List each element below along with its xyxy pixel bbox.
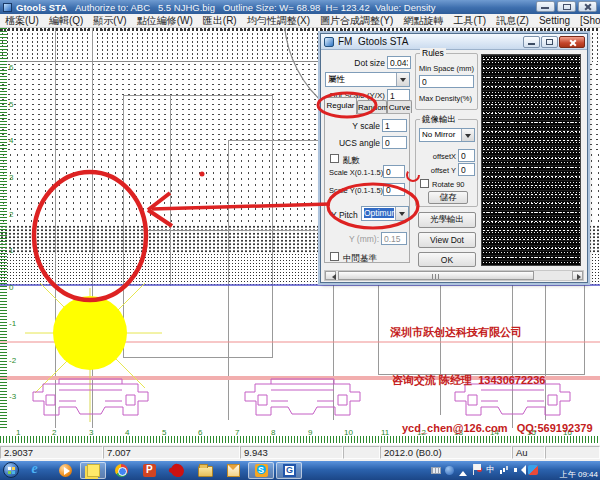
left-ruler-number: -3	[9, 392, 16, 401]
y-scale-input[interactable]	[382, 119, 407, 132]
menu-view[interactable]: 顯示(V)	[88, 14, 131, 28]
scroll-left-arrow-icon[interactable]	[325, 271, 336, 280]
skype-icon	[255, 464, 268, 477]
powerpoint-icon	[143, 464, 156, 477]
action-center-flag-icon[interactable]	[472, 464, 481, 475]
y-pitch-select[interactable]: Optimum	[361, 206, 409, 221]
dot-shape-select[interactable]: 屬性	[325, 72, 410, 87]
taskbar-item-outlook[interactable]	[220, 462, 246, 479]
windows-logo-icon	[8, 467, 11, 470]
taskbar-item-red-app[interactable]	[164, 462, 190, 479]
close-button[interactable]	[578, 1, 597, 12]
teamviewer-tray-icon[interactable]	[528, 465, 538, 475]
network-signal-icon[interactable]	[500, 464, 510, 475]
outlook-icon	[227, 464, 240, 477]
left-ruler-number: 0	[9, 283, 13, 292]
dialog-horizontal-scrollbar[interactable]	[324, 270, 584, 281]
menu-tools[interactable]: 工具(T)	[448, 14, 491, 28]
vendor-company: 深圳市跃创达科技有限公司	[390, 324, 593, 340]
chevron-down-icon[interactable]	[461, 129, 474, 141]
tab-curve[interactable]: Curve	[387, 100, 412, 113]
bottom-ruler-number: 8	[271, 428, 275, 437]
taskbar-item-internet-explorer[interactable]	[24, 462, 50, 479]
mirror-select[interactable]: No Mirror	[419, 128, 475, 142]
scroll-right-arrow-icon[interactable]	[572, 271, 583, 280]
bottom-ruler-number: 7	[235, 428, 239, 437]
menu-setting[interactable]: Setting	[534, 15, 575, 26]
menu-show-dot[interactable]: [Show Dot]	[575, 15, 600, 26]
fm-dialog-icon	[324, 37, 334, 47]
tab-regular[interactable]: Regular	[324, 97, 357, 114]
fm-dialog[interactable]: FM Gtools STA Dot size 屬性 Dot Scale (Y/X…	[320, 33, 588, 283]
min-space-input[interactable]	[419, 75, 474, 88]
folder-icon	[198, 466, 213, 477]
yellow-highlight-circle	[53, 296, 127, 370]
taskbar-item-file-explorer[interactable]	[192, 462, 218, 479]
taskbar-item-powerpoint[interactable]	[136, 462, 162, 479]
scale-x-input[interactable]	[383, 165, 405, 178]
menu-uniformity[interactable]: 均勻性調整(X)	[242, 14, 315, 28]
y-scale-label: Y scale	[335, 121, 380, 131]
window-title-bar[interactable]: Gtools STA Authorize to: ABC 5.5 NJHG.bi…	[0, 0, 600, 14]
dot-size-label: Dot size	[329, 58, 385, 68]
offset-x-label: offsetX	[418, 152, 456, 161]
random-checkbox[interactable]	[330, 154, 339, 163]
fixture-outline	[33, 379, 148, 415]
start-button[interactable]	[3, 462, 19, 478]
save-button[interactable]: 儲存	[428, 191, 468, 204]
ime-chinese-icon[interactable]: 中	[485, 464, 496, 475]
bottom-ruler-number: 4	[125, 428, 129, 437]
center-datum-checkbox[interactable]	[330, 252, 339, 261]
optical-output-button[interactable]: 光學輸出	[418, 212, 476, 228]
rotate-90-checkbox[interactable]	[420, 179, 429, 188]
offset-x-input[interactable]	[458, 149, 475, 162]
min-space-label: Min Space (mm)	[419, 64, 474, 73]
menu-dot-rotate[interactable]: 網點旋轉	[398, 14, 448, 28]
restore-button[interactable]	[557, 1, 576, 12]
chevron-down-icon[interactable]	[395, 207, 408, 220]
status-bar: 2.9037 7.007 9.943 2012.0 (B0.0) Au	[0, 444, 600, 461]
dialog-minimize-button[interactable]	[523, 36, 540, 48]
ucs-angle-input[interactable]	[382, 136, 407, 149]
ok-button[interactable]: OK	[418, 252, 476, 267]
info-tray-icon[interactable]	[445, 466, 454, 475]
bottom-ruler-number: 2	[52, 428, 56, 437]
fm-dialog-title-bar[interactable]: FM Gtools STA	[321, 34, 587, 50]
left-ruler-number: 5	[9, 100, 13, 109]
chevron-down-icon[interactable]	[396, 73, 409, 86]
desktop: { "window": { "app_title": "Gtools STA",…	[0, 0, 600, 480]
volume-icon[interactable]	[514, 464, 524, 475]
cad-hline	[0, 61, 330, 62]
scale-y-input[interactable]	[383, 183, 405, 196]
window-title-app: Gtools STA	[16, 2, 67, 13]
menu-export[interactable]: 匯出(R)	[198, 14, 242, 28]
taskbar-item-sticky-notes[interactable]	[80, 462, 106, 479]
keyboard-tray-icon[interactable]	[431, 467, 441, 474]
sticky-notes-icon	[87, 464, 100, 477]
bottom-ruler-number: 3	[89, 428, 93, 437]
bottom-ruler-number: 6	[198, 428, 202, 437]
taskbar-item-g2-app[interactable]	[276, 462, 302, 479]
rules-legend: Rules	[420, 48, 446, 58]
scrollbar-thumb[interactable]	[338, 271, 534, 280]
dialog-maximize-button[interactable]	[541, 36, 558, 48]
show-hidden-icons-icon[interactable]	[458, 464, 468, 475]
menu-file[interactable]: 檔案(U)	[0, 14, 44, 28]
menu-info[interactable]: 訊息(Z)	[491, 14, 534, 28]
window-title-info: Authorize to: ABC 5.5 NJHG.big Outline S…	[75, 2, 435, 13]
chrome-icon	[115, 464, 128, 477]
tab-random[interactable]: Random	[357, 100, 387, 113]
taskbar-item-chrome[interactable]	[108, 462, 134, 479]
taskbar-clock[interactable]: 上午 09:44 2015/10/12	[540, 462, 598, 480]
dialog-close-button[interactable]	[559, 36, 585, 48]
menu-dot-edit[interactable]: 點位編修(W)	[132, 14, 198, 28]
taskbar-item-skype[interactable]	[248, 462, 274, 479]
offset-y-input[interactable]	[458, 163, 475, 176]
taskbar-item-media-player[interactable]	[52, 462, 78, 479]
status-coord-y: 7.007	[103, 446, 240, 459]
menu-image-adjust[interactable]: 圖片合成調整(Y)	[315, 14, 398, 28]
minimize-button[interactable]	[536, 1, 555, 12]
menu-edit[interactable]: 編輯(Q)	[44, 14, 88, 28]
view-dot-button[interactable]: View Dot	[418, 232, 476, 248]
dot-size-input[interactable]	[387, 56, 411, 69]
